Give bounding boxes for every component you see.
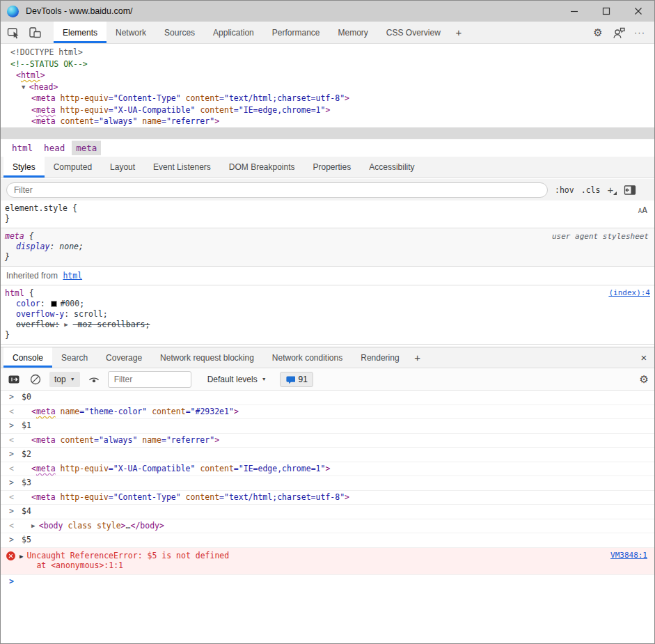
dom-node-meta-xua[interactable]: <meta http-equiv="X-UA-Compatible" conte… — [1, 104, 654, 116]
element-classes-button[interactable]: .cls — [581, 185, 601, 195]
tab-memory[interactable]: Memory — [329, 22, 377, 43]
title-bar: DevTools - www.baidu.com/ — [1, 1, 654, 22]
console-toolbar: top ▼ Default levels ▼ 91 ⚙ — [1, 368, 654, 391]
console-error-message[interactable]: ▶ Uncaught ReferenceError: $5 is not def… — [1, 547, 654, 574]
breadcrumb-html[interactable]: html — [8, 141, 37, 155]
twisty-closed-icon[interactable]: ▶ — [19, 551, 23, 571]
html-rule[interactable]: html { color: #000; overflow-y: scroll; … — [1, 285, 654, 345]
close-drawer-button[interactable]: × — [633, 347, 654, 368]
console-settings-button[interactable]: ⚙ — [640, 373, 649, 386]
styles-filter-input[interactable] — [6, 182, 548, 198]
dom-node-comment[interactable]: <!--STATUS OK--> — [1, 58, 654, 70]
gear-icon: ⚙ — [640, 373, 649, 385]
plus-icon: + — [414, 352, 420, 363]
console-result[interactable]: <<meta http-equiv="Content-Type" content… — [1, 490, 654, 505]
issues-counter[interactable]: 91 — [280, 372, 313, 387]
tab-sources[interactable]: Sources — [155, 22, 204, 43]
tab-css-overview[interactable]: CSS Overview — [377, 22, 450, 43]
more-drawer-tabs-button[interactable]: + — [409, 347, 427, 368]
javascript-context-selector[interactable]: top ▼ — [49, 372, 80, 387]
breadcrumb-meta[interactable]: meta — [72, 141, 101, 155]
input-chevron-icon: > — [9, 448, 19, 462]
tab-performance[interactable]: Performance — [263, 22, 329, 43]
device-toolbar-icon — [28, 26, 42, 40]
user-agent-rule[interactable]: meta { display: none; } user agent style… — [1, 228, 654, 267]
devtools-window: DevTools - www.baidu.com/ — [0, 0, 655, 644]
console-command[interactable]: >$2 — [1, 447, 654, 462]
console-command[interactable]: >$4 — [1, 504, 654, 519]
tab-elements[interactable]: Elements — [54, 22, 106, 43]
input-chevron-icon: > — [9, 419, 19, 433]
window-title: DevTools - www.baidu.com/ — [26, 6, 133, 16]
plus-icon: + — [455, 26, 461, 38]
close-icon — [634, 7, 642, 15]
dom-node-head[interactable]: ▼ <head> — [1, 81, 654, 93]
console-command[interactable]: >$5 — [1, 533, 654, 547]
dock-panel-icon — [624, 184, 636, 196]
more-tabs-button[interactable]: + — [450, 22, 468, 43]
dom-node-meta-theme-color-selected[interactable]: ... <meta name="theme-color" content="#2… — [1, 127, 654, 139]
dom-node-meta-content-type[interactable]: <meta http-equiv="Content-Type" content=… — [1, 93, 654, 104]
tab-properties[interactable]: Properties — [304, 157, 361, 178]
input-chevron-icon: > — [9, 505, 19, 519]
console-command[interactable]: >$3 — [1, 476, 654, 490]
stylesheet-origin-label: user agent stylesheet — [552, 232, 649, 241]
tab-styles[interactable]: Styles — [3, 157, 45, 178]
minimize-icon — [570, 7, 578, 15]
tab-application[interactable]: Application — [204, 22, 263, 43]
issues-bubble-icon — [285, 375, 295, 384]
maximize-button[interactable] — [590, 1, 622, 22]
tab-accessibility[interactable]: Accessibility — [360, 157, 423, 178]
tab-network[interactable]: Network — [106, 22, 155, 43]
tab-search[interactable]: Search — [52, 347, 97, 368]
inherited-node-link[interactable]: html — [63, 271, 82, 281]
live-expression-button[interactable] — [86, 373, 102, 386]
dom-node-doctype[interactable]: <!DOCTYPE html> — [1, 47, 654, 58]
console-result[interactable]: <<meta content="always" name="referrer"> — [1, 433, 654, 448]
tab-console[interactable]: Console — [3, 347, 52, 368]
tab-network-request-blocking[interactable]: Network request blocking — [151, 347, 263, 368]
stylesheet-source-link[interactable]: (index):4 — [608, 288, 650, 297]
toggle-sidebar-button[interactable] — [624, 184, 636, 196]
input-chevron-icon: > — [9, 533, 19, 547]
console-result[interactable]: <<meta http-equiv="X-UA-Compatible" cont… — [1, 462, 654, 476]
log-levels-dropdown[interactable]: Default levels ▼ — [207, 375, 267, 384]
toggle-element-state-button[interactable]: :hov — [555, 185, 574, 195]
tab-computed[interactable]: Computed — [45, 157, 101, 178]
tab-layout[interactable]: Layout — [101, 157, 144, 178]
dom-node-html[interactable]: <html> — [1, 70, 654, 81]
console-result[interactable]: <▶ <body class style>…</body> — [1, 519, 654, 533]
inspect-element-button[interactable] — [3, 22, 24, 43]
console-command[interactable]: >$0 — [1, 391, 654, 405]
panel-tabs: Elements Network Sources Application Per… — [54, 22, 468, 43]
error-source-link[interactable]: VM3848:1 — [610, 551, 647, 571]
feedback-button[interactable] — [610, 26, 628, 40]
close-button[interactable] — [622, 1, 654, 22]
device-toolbar-button[interactable] — [24, 22, 45, 43]
element-style-rule[interactable]: element.style { } AA — [1, 201, 654, 228]
tab-network-conditions[interactable]: Network conditions — [263, 347, 352, 368]
console-prompt[interactable]: > — [1, 574, 654, 589]
console-filter-input[interactable] — [108, 371, 191, 388]
maximize-icon — [602, 7, 610, 15]
tab-rendering[interactable]: Rendering — [352, 347, 408, 368]
console-sidebar-button[interactable] — [6, 374, 22, 385]
breadcrumb-head[interactable]: head — [40, 141, 69, 155]
new-style-rule-button[interactable]: + — [607, 184, 617, 196]
console-command[interactable]: >$1 — [1, 418, 654, 433]
dom-node-meta-referrer[interactable]: <meta content="always" name="referrer"> — [1, 116, 654, 127]
tab-event-listeners[interactable]: Event Listeners — [144, 157, 220, 178]
console-result[interactable]: <<meta name="theme-color" content="#2932… — [1, 405, 654, 419]
minimize-button[interactable] — [558, 1, 590, 22]
tab-coverage[interactable]: Coverage — [97, 347, 151, 368]
error-line1: Uncaught ReferenceError: $5 is not defin… — [26, 551, 229, 560]
tab-dom-breakpoints[interactable]: DOM Breakpoints — [220, 157, 304, 178]
result-chevron-icon: < — [9, 405, 19, 419]
settings-button[interactable]: ⚙ — [589, 26, 607, 39]
inherited-from-header: Inherited from html — [1, 267, 654, 285]
more-options-button[interactable]: ··· — [631, 27, 649, 38]
clear-console-button[interactable] — [28, 373, 43, 386]
gear-icon: ⚙ — [593, 26, 602, 39]
font-size-icon[interactable]: AA — [638, 205, 647, 215]
styles-pane: element.style { } AA meta { display: non… — [1, 201, 654, 347]
